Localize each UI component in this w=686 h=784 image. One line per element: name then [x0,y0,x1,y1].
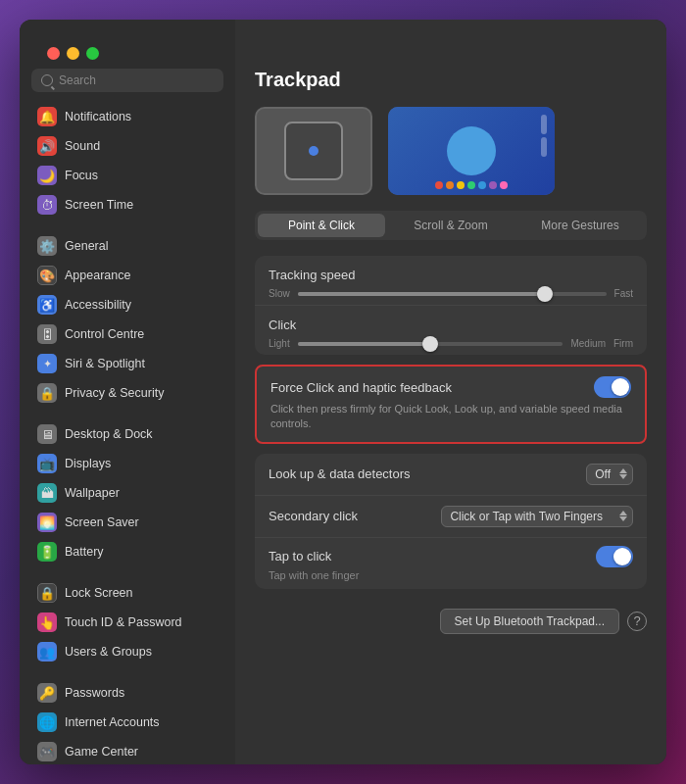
tracking-speed-slider[interactable] [298,292,607,296]
tracking-speed-slider-container: Slow Fast [269,288,633,299]
force-click-toggle[interactable] [594,376,631,398]
sidebar-item-users-groups[interactable]: 👥 Users & Groups [25,637,229,666]
color-dot-orange [446,181,454,189]
tab-more-gestures[interactable]: More Gestures [516,214,644,237]
sidebar-item-label: Siri & Spotlight [65,357,145,370]
gesture-bar-1 [541,115,547,134]
sidebar-item-internet-accounts[interactable]: 🌐 Internet Accounts [25,708,229,737]
sidebar-item-control-centre[interactable]: 🎛 Control Centre [25,319,229,349]
tap-to-click-label: Tap to click [269,549,331,564]
lookup-label: Look up & data detectors [269,466,586,481]
help-button[interactable]: ? [627,612,647,631]
users-groups-icon: 👥 [37,642,57,662]
click-light-label: Light [269,338,290,349]
sidebar-item-sound[interactable]: 🔊 Sound [25,131,229,161]
sidebar-item-wallpaper[interactable]: 🏔 Wallpaper [25,478,229,508]
sidebar-item-focus[interactable]: 🌙 Focus [25,161,229,190]
bluetooth-row: Set Up Bluetooth Trackpad... ? [255,609,647,634]
secondary-click-value: Click or Tap with Two Fingers [450,510,603,523]
sidebar-item-appearance[interactable]: 🎨 Appearance [25,261,229,290]
gesture-circle [447,126,496,175]
bluetooth-trackpad-button[interactable]: Set Up Bluetooth Trackpad... [440,609,619,634]
secondary-click-select[interactable]: Click or Tap with Two Fingers [441,506,633,527]
sidebar-item-label: Passwords [65,686,124,700]
secondary-click-row: Secondary click Click or Tap with Two Fi… [255,496,647,538]
sidebar-item-notifications[interactable]: 🔔 Notifications [25,102,229,131]
internet-accounts-icon: 🌐 [37,712,57,732]
tap-to-click-toggle[interactable] [596,546,633,567]
privacy-icon: 🔒 [37,383,57,403]
color-dot-red [435,181,443,189]
sidebar: Search 🔔 Notifications 🔊 Sound 🌙 Focus ⏱… [20,20,235,764]
sidebar-item-screen-time[interactable]: ⏱ Screen Time [25,190,229,220]
preview-section [255,107,647,195]
arrow-up-icon [619,468,627,473]
sidebar-item-label: Notifications [65,110,131,123]
touch-id-icon: 👆 [37,612,57,632]
wallpaper-icon: 🏔 [37,483,57,503]
trackpad-preview [255,107,372,195]
sidebar-item-touch-id[interactable]: 👆 Touch ID & Password [25,608,229,637]
arrow-down-icon [619,516,627,521]
screen-time-icon: ⏱ [37,195,57,215]
sidebar-item-accessibility[interactable]: ♿ Accessibility [25,290,229,319]
sidebar-item-label: Desktop & Dock [65,427,153,441]
click-medium-label: Medium [570,338,606,349]
tap-to-click-sub: Tap with one finger [269,569,633,581]
lookup-arrows [619,468,627,479]
game-center-icon: 🎮 [37,742,57,761]
sidebar-item-label: General [65,239,108,253]
arrow-up-icon [619,511,627,515]
sidebar-item-passwords[interactable]: 🔑 Passwords [25,678,229,708]
sidebar-item-label: Screen Time [65,198,133,212]
accessibility-icon: ♿ [37,295,57,315]
lookup-value: Off [595,467,611,481]
sidebar-item-label: Appearance [65,269,130,282]
tab-point-click[interactable]: Point & Click [258,214,385,237]
sidebar-item-desktop-dock[interactable]: 🖥 Desktop & Dock [25,419,229,449]
sidebar-item-label: Battery [65,545,104,559]
search-bar[interactable]: Search [31,69,223,92]
traffic-light-green[interactable] [86,47,99,60]
sidebar-item-label: Control Centre [65,327,144,341]
lock-screen-icon: 🔒 [37,583,57,603]
tab-scroll-zoom[interactable]: Scroll & Zoom [387,214,514,237]
sidebar-item-label: Wallpaper [65,486,120,500]
secondary-click-label: Secondary click [269,509,441,523]
gesture-sidebar-bars [541,115,547,157]
displays-icon: 📺 [37,454,57,473]
screen-saver-icon: 🌅 [37,513,57,532]
search-icon [41,74,53,86]
tracking-speed-label: Tracking speed [269,268,633,282]
sidebar-item-label: Game Center [65,745,138,759]
sidebar-item-siri[interactable]: ✦ Siri & Spotlight [25,349,229,378]
sidebar-item-label: Accessibility [65,298,131,312]
color-dot-blue [478,181,486,189]
tracking-fast-label: Fast [614,288,633,299]
lookup-row: Look up & data detectors Off [255,454,647,496]
sidebar-item-game-center[interactable]: 🎮 Game Center [25,737,229,764]
sidebar-item-battery[interactable]: 🔋 Battery [25,537,229,566]
sidebar-item-privacy[interactable]: 🔒 Privacy & Security [25,378,229,408]
lookup-select[interactable]: Off [586,464,633,485]
click-slider[interactable] [298,342,564,346]
force-click-row: Force Click and haptic feedback Click th… [255,365,647,444]
sidebar-item-screen-saver[interactable]: 🌅 Screen Saver [25,508,229,537]
tap-to-click-toggle-thumb [613,548,631,565]
color-dot-green [467,181,475,189]
appearance-icon: 🎨 [37,266,57,285]
sidebar-item-general[interactable]: ⚙️ General [25,231,229,261]
control-centre-icon: 🎛 [37,324,57,344]
sidebar-item-label: Sound [65,139,100,153]
sidebar-item-displays[interactable]: 📺 Displays [25,449,229,478]
sound-icon: 🔊 [37,136,57,156]
force-click-title: Force Click and haptic feedback [270,380,452,395]
battery-icon: 🔋 [37,542,57,562]
tab-bar: Point & Click Scroll & Zoom More Gesture… [255,211,647,240]
traffic-light-red[interactable] [47,47,60,60]
sidebar-item-label: Users & Groups [65,645,152,659]
traffic-light-yellow[interactable] [67,47,79,60]
trackpad-cursor-dot [309,146,318,156]
sidebar-item-lock-screen[interactable]: 🔒 Lock Screen [25,578,229,608]
lookup-secondary-section: Look up & data detectors Off Secondary c… [255,454,647,589]
